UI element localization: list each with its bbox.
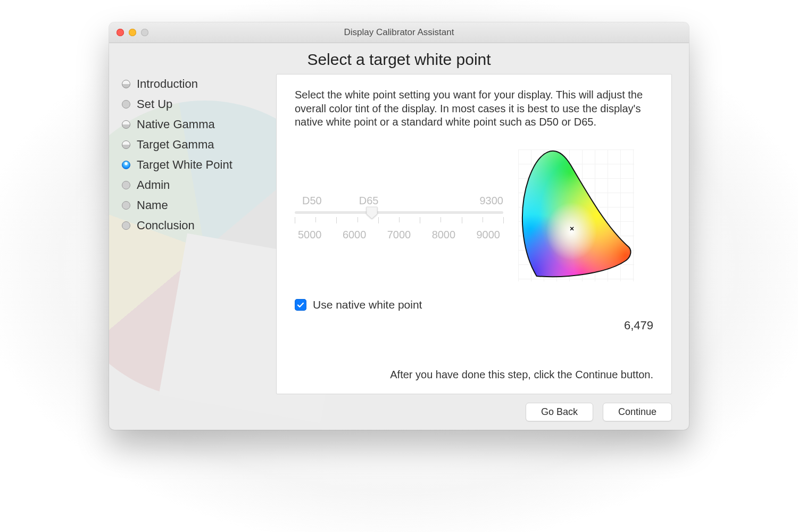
- titlebar: Display Calibrator Assistant: [109, 22, 689, 43]
- step-sidebar: IntroductionSet UpNative GammaTarget Gam…: [122, 74, 276, 394]
- footer-text: After you have done this step, click the…: [295, 369, 653, 381]
- step-item: Set Up: [122, 97, 276, 111]
- step-item: Native Gamma: [122, 118, 276, 131]
- slider-tick-label: 5000: [298, 229, 322, 241]
- step-item: Conclusion: [122, 219, 276, 232]
- whitepoint-value: 6,479: [295, 319, 653, 332]
- step-label: Admin: [137, 178, 170, 192]
- zoom-icon: [141, 29, 148, 36]
- slider-tick-label: 6000: [343, 229, 367, 241]
- step-label: Target White Point: [137, 158, 232, 172]
- whitepoint-slider[interactable]: D50D659300 50006000700080009000: [295, 195, 503, 241]
- step-label: Native Gamma: [137, 118, 215, 131]
- page-title: Select a target white point: [109, 51, 689, 69]
- step-indicator-icon: [122, 140, 130, 149]
- continue-button[interactable]: Continue: [603, 403, 672, 421]
- step-indicator-icon: [122, 201, 130, 210]
- step-label: Introduction: [137, 77, 198, 91]
- step-indicator-icon: [122, 120, 130, 129]
- step-label: Set Up: [137, 97, 172, 111]
- use-native-checkbox[interactable]: [295, 299, 306, 311]
- slider-tick-label: 7000: [387, 229, 411, 241]
- svg-rect-7: [518, 149, 634, 281]
- use-native-label: Use native white point: [313, 298, 422, 311]
- slider-named-label: 9300: [480, 195, 504, 207]
- close-icon[interactable]: [117, 29, 124, 36]
- slider-named-label: D50: [302, 195, 322, 207]
- step-item: Target White Point: [122, 158, 276, 172]
- step-item: Introduction: [122, 77, 276, 91]
- step-indicator-icon: [122, 80, 130, 88]
- chromaticity-diagram: [518, 149, 634, 281]
- step-item: Target Gamma: [122, 138, 276, 152]
- step-label: Name: [137, 198, 168, 212]
- slider-tick-label: 8000: [432, 229, 456, 241]
- minimize-icon[interactable]: [129, 29, 136, 36]
- step-label: Conclusion: [137, 219, 195, 232]
- step-item: Name: [122, 198, 276, 212]
- slider-named-label: D65: [359, 195, 379, 207]
- content-panel: Select the white point setting you want …: [276, 74, 672, 394]
- step-indicator-icon: [122, 161, 130, 169]
- step-indicator-icon: [122, 181, 130, 189]
- description-text: Select the white point setting you want …: [295, 88, 653, 129]
- step-item: Admin: [122, 178, 276, 192]
- step-indicator-icon: [122, 221, 130, 230]
- window-title: Display Calibrator Assistant: [344, 27, 454, 38]
- slider-tick-label: 9000: [477, 229, 501, 241]
- step-label: Target Gamma: [137, 138, 214, 152]
- go-back-button[interactable]: Go Back: [526, 403, 593, 421]
- step-indicator-icon: [122, 100, 130, 109]
- window: Display Calibrator Assistant Select a ta…: [109, 22, 689, 430]
- slider-track[interactable]: [295, 211, 503, 214]
